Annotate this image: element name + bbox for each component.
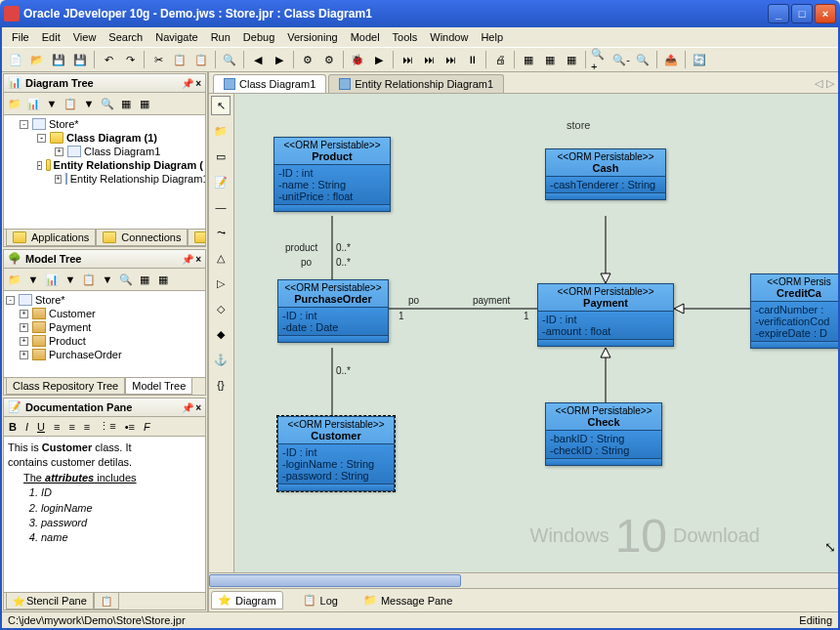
align-left-button[interactable]: ≡ <box>51 420 63 434</box>
save-button[interactable]: 💾 <box>49 50 68 69</box>
rebuild-button[interactable]: ⚙ <box>319 50 339 69</box>
step-out-button[interactable]: ⏭ <box>441 50 460 69</box>
anchor-tool[interactable]: ⚓ <box>211 350 231 369</box>
assoc-tool[interactable]: — <box>211 197 231 217</box>
resize-handle-icon[interactable]: ⤡ <box>824 539 836 555</box>
package-tool[interactable]: 📁 <box>211 121 231 141</box>
zoom-out-button[interactable]: 🔍- <box>611 50 631 69</box>
paste-button[interactable]: 📋 <box>191 50 211 69</box>
uml-class-credit-card[interactable]: <<ORM Persis CreditCa -cardNumber : -ver… <box>750 273 838 349</box>
diagram-canvas[interactable]: store <box>234 94 838 572</box>
make-button[interactable]: ⚙ <box>298 50 317 69</box>
menu-help[interactable]: Help <box>475 29 509 45</box>
zoom-fit-button[interactable]: 🔍 <box>633 50 652 69</box>
note-tool[interactable]: 📝 <box>211 172 231 191</box>
tab-applications[interactable]: Applications <box>6 230 96 246</box>
new-button[interactable]: 📄 <box>6 50 25 69</box>
font-button[interactable]: F <box>141 420 153 434</box>
diagram-tree[interactable]: - Store* - Class Diagram (1) + Class Dia… <box>4 115 205 229</box>
bottom-tab-log[interactable]: 📋Log <box>297 592 344 609</box>
expand-icon[interactable]: + <box>20 310 28 318</box>
menu-versioning[interactable]: Versioning <box>281 29 343 45</box>
pin-icon[interactable]: 📌 <box>182 402 193 413</box>
mtb-6[interactable]: ▼ <box>99 271 116 288</box>
menu-run[interactable]: Run <box>205 29 236 45</box>
expand-icon[interactable]: + <box>20 323 28 332</box>
menu-debug[interactable]: Debug <box>237 29 280 45</box>
open-button[interactable]: 📂 <box>27 50 47 69</box>
editor-tab-erd[interactable]: Entity Relationship Diagram1 <box>328 74 504 93</box>
nav-forward-button[interactable]: ▶ <box>270 50 289 69</box>
export-button[interactable]: 📤 <box>661 50 681 69</box>
mtb-9[interactable]: ▦ <box>154 271 172 288</box>
step-over-button[interactable]: ⏭ <box>419 50 439 69</box>
ptb-7[interactable]: ▦ <box>117 95 135 112</box>
ptb-1[interactable]: 📁 <box>6 95 23 112</box>
grid-button[interactable]: ▦ <box>540 50 560 69</box>
menu-tools[interactable]: Tools <box>387 29 424 45</box>
tree-node-erd-group[interactable]: - Entity Relationship Diagram ( <box>6 158 203 172</box>
tree-node-product[interactable]: + Product <box>6 334 203 348</box>
collapse-icon[interactable]: - <box>37 134 46 143</box>
tree-node-payment[interactable]: + Payment <box>6 320 203 334</box>
menu-edit[interactable]: Edit <box>36 29 66 45</box>
tree-node-store[interactable]: - Store* <box>6 117 203 131</box>
aggr-tool[interactable]: ◇ <box>211 299 231 318</box>
tab-connections[interactable]: Connections <box>96 230 188 246</box>
mtb-1[interactable]: 📁 <box>6 271 23 288</box>
tab-model-tree[interactable]: Model Tree <box>125 378 192 395</box>
refresh-button[interactable]: 🔄 <box>690 50 709 69</box>
ptb-6[interactable]: 🔍 <box>99 95 116 112</box>
mtb-7[interactable]: 🔍 <box>117 271 135 288</box>
copy-button[interactable]: 📋 <box>170 50 189 69</box>
align-right-button[interactable]: ≡ <box>81 420 93 434</box>
bottom-tab-diagram[interactable]: ⭐Diagram <box>211 591 283 609</box>
tab-class-repo[interactable]: Class Repository Tree <box>6 378 125 395</box>
menu-search[interactable]: Search <box>103 29 148 45</box>
uml-class-payment[interactable]: <<ORM Persistable>> Payment -ID : int -a… <box>537 283 674 347</box>
run-button[interactable]: ▶ <box>369 50 389 69</box>
uml-class-customer[interactable]: <<ORM Persistable>> Customer -ID : int -… <box>277 416 395 491</box>
tree-node-erd1[interactable]: + Entity Relationship Diagram1 <box>6 172 203 186</box>
uml-class-product[interactable]: <<ORM Persistable>> Product -ID : int -n… <box>273 137 391 212</box>
pause-button[interactable]: ⏸ <box>462 50 482 69</box>
mtb-3[interactable]: 📊 <box>43 271 61 288</box>
select-tool[interactable]: ↖ <box>211 96 231 115</box>
editor-tab-class-diagram[interactable]: Class Diagram1 <box>213 74 326 93</box>
tree-node-class-diagram-group[interactable]: - Class Diagram (1) <box>6 131 203 145</box>
tab-di[interactable]: Di... <box>188 230 205 246</box>
pin-icon[interactable]: 📌 <box>182 78 193 89</box>
tab-nav-left-icon[interactable]: ◁ <box>815 77 822 90</box>
mtb-8[interactable]: ▦ <box>136 271 153 288</box>
undo-button[interactable]: ↶ <box>99 50 118 69</box>
tree-node-purchase-order[interactable]: + PurchaseOrder <box>6 348 203 361</box>
expand-icon[interactable]: + <box>55 147 63 156</box>
menu-file[interactable]: File <box>6 29 35 45</box>
model-tree[interactable]: - Store* + Customer + Payment <box>4 291 205 377</box>
tree-node-customer[interactable]: + Customer <box>6 307 203 320</box>
list-unordered-button[interactable]: •≡ <box>122 420 138 434</box>
zoom-in-button[interactable]: 🔍+ <box>590 50 609 69</box>
find-button[interactable]: 🔍 <box>220 50 239 69</box>
collapse-icon[interactable]: - <box>37 161 42 170</box>
panel-close-icon[interactable]: × <box>195 402 201 413</box>
mtb-4[interactable]: ▼ <box>62 271 79 288</box>
ptb-8[interactable]: ▦ <box>136 95 153 112</box>
expand-icon[interactable]: + <box>20 337 28 346</box>
expand-icon[interactable]: + <box>20 351 28 359</box>
tab-stencil-pane[interactable]: ⭐Stencil Pane <box>6 593 94 609</box>
doc-content[interactable]: This is Customer class. It contains cust… <box>4 437 205 592</box>
horizontal-scrollbar[interactable] <box>209 572 838 588</box>
save-all-button[interactable]: 💾 <box>70 50 90 69</box>
tree-node-class-diagram1[interactable]: + Class Diagram1 <box>6 145 203 158</box>
scrollbar-thumb[interactable] <box>209 574 461 587</box>
tab-other[interactable]: 📋 <box>94 593 119 609</box>
layout-button[interactable]: ▦ <box>519 50 538 69</box>
step-button[interactable]: ⏭ <box>398 50 417 69</box>
uml-class-purchase-order[interactable]: <<ORM Persistable>> PurchaseOrder -ID : … <box>277 279 389 343</box>
expand-icon[interactable]: + <box>55 175 62 184</box>
uml-class-cash[interactable]: <<ORM Persistable>> Cash -cashTenderer :… <box>545 148 666 200</box>
pin-icon[interactable]: 📌 <box>182 254 193 265</box>
constraint-tool[interactable]: {} <box>211 375 231 395</box>
mtb-2[interactable]: ▼ <box>24 271 42 288</box>
